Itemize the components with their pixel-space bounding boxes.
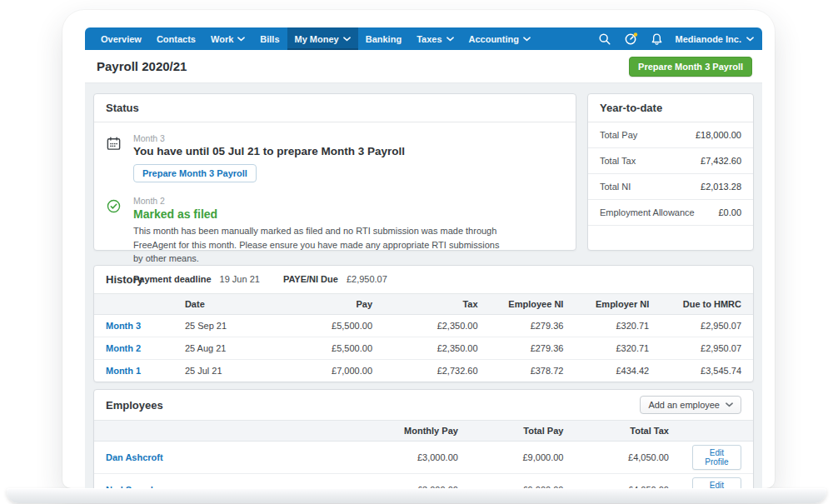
- nav-item-my-money[interactable]: My Money: [287, 27, 358, 50]
- month-link[interactable]: Month 1: [106, 366, 141, 376]
- page-header: Payroll 2020/21 Prepare Month 3 Payroll: [85, 50, 762, 83]
- history-employee-ni: £378.72: [490, 360, 576, 382]
- history-due-hmrc: £3,545.74: [661, 360, 753, 382]
- history-col-employer-ni: Employer NI: [575, 294, 661, 315]
- history-employee-ni: £279.36: [490, 337, 576, 360]
- status-entry-month-3: Month 3 You have until 05 Jul 21 to prep…: [106, 133, 564, 182]
- nav-item-label: Overview: [101, 34, 142, 44]
- history-due-hmrc: £2,950.07: [661, 337, 753, 360]
- nav-item-banking[interactable]: Banking: [358, 27, 409, 50]
- app-viewport: Overview Contacts Work Bills My Money Ba…: [85, 27, 762, 488]
- history-col-pay: Pay: [272, 294, 384, 315]
- employee-monthly-pay: £3,000.00: [357, 442, 469, 474]
- edit-profile-button[interactable]: Edit Profile: [692, 445, 741, 470]
- ytd-label: Total NI: [600, 182, 631, 192]
- chevron-down-icon: [746, 37, 754, 42]
- employee-total-pay: £9,000.00: [470, 474, 576, 489]
- prepare-payroll-secondary-button[interactable]: Prepare Month 3 Payroll: [133, 164, 257, 182]
- company-menu[interactable]: Medianode Inc.: [676, 34, 754, 44]
- history-table: Date Pay Tax Employee NI Employer NI Due…: [94, 294, 753, 382]
- history-pay: £5,500.00: [272, 337, 384, 360]
- laptop-base: [7, 488, 826, 503]
- search-icon[interactable]: [598, 32, 611, 46]
- employees-card-title: Employees: [106, 399, 163, 412]
- paye-ni-due-value: £2,950.07: [347, 274, 387, 284]
- chevron-down-icon: [726, 402, 733, 407]
- nav-item-bills[interactable]: Bills: [252, 27, 287, 50]
- stage: Overview Contacts Work Bills My Money Ba…: [0, 0, 833, 504]
- chevron-down-icon: [237, 37, 245, 42]
- employees-card-header: Employees Add an employee: [94, 390, 753, 421]
- nav-item-label: Banking: [366, 34, 402, 44]
- history-tax: £2,350.00: [384, 337, 490, 360]
- status-card: Status Month 3 You have until 05 Jul 21 …: [93, 93, 576, 251]
- timer-icon[interactable]: [624, 32, 638, 46]
- table-row: Ned Smanks £3,000.00 £9,000.00 £4,050.00…: [94, 474, 753, 489]
- employees-col-actions: [681, 421, 753, 442]
- history-date: 25 Jul 21: [173, 360, 272, 382]
- chevron-down-icon: [343, 37, 351, 42]
- history-employer-ni: £320.71: [575, 337, 661, 360]
- nav-item-work[interactable]: Work: [203, 27, 252, 50]
- status-entry-content: Month 3 You have until 05 Jul 21 to prep…: [133, 133, 405, 182]
- status-entry-period: Month 2: [133, 196, 506, 206]
- history-employer-ni: £320.71: [575, 315, 661, 337]
- prepare-payroll-button[interactable]: Prepare Month 3 Payroll: [629, 57, 752, 77]
- nav-item-label: Bills: [260, 34, 279, 44]
- edit-profile-button[interactable]: Edit Profile: [692, 477, 741, 488]
- bell-icon[interactable]: [651, 32, 663, 46]
- top-row: Status Month 3 You have until 05 Jul 21 …: [93, 93, 754, 251]
- nav-item-label: Contacts: [157, 34, 196, 44]
- status-entry-content: Month 2 Marked as filed This month has b…: [133, 196, 506, 284]
- table-row: Month 1 25 Jul 21 £7,000.00 £2,732.60 £3…: [94, 360, 753, 382]
- status-entry-meta: Payment deadline 19 Jun 21 PAYE/NI Due £…: [133, 274, 506, 284]
- nav-item-accounting[interactable]: Accounting: [461, 27, 539, 50]
- page-content: Status Month 3 You have until 05 Jul 21 …: [85, 83, 762, 488]
- nav-item-contacts[interactable]: Contacts: [149, 27, 203, 50]
- ytd-card-title: Year-to-date: [588, 94, 753, 122]
- history-tax: £2,732.60: [384, 360, 490, 382]
- history-col-due-hmrc: Due to HMRC: [661, 294, 753, 315]
- nav-item-label: Accounting: [469, 34, 520, 44]
- nav-item-overview[interactable]: Overview: [93, 27, 149, 50]
- employee-link[interactable]: Dan Ashcroft: [106, 452, 163, 462]
- history-pay: £7,000.00: [272, 360, 384, 382]
- ytd-label: Total Pay: [600, 130, 637, 140]
- table-row: Dan Ashcroft £3,000.00 £9,000.00 £4,050.…: [94, 442, 753, 474]
- status-entry-headline: Marked as filed: [133, 207, 506, 221]
- history-employer-ni: £434.42: [575, 360, 661, 382]
- history-col-date: Date: [173, 294, 272, 315]
- month-link[interactable]: Month 3: [106, 321, 141, 331]
- employee-link[interactable]: Ned Smanks: [106, 485, 161, 488]
- nav-item-taxes[interactable]: Taxes: [409, 27, 461, 50]
- company-name: Medianode Inc.: [676, 34, 741, 44]
- status-card-title: Status: [94, 94, 576, 122]
- employee-total-tax: £4,050.00: [575, 474, 681, 489]
- history-date: 25 Sep 21: [173, 315, 272, 337]
- ytd-row-total-tax: Total Tax £7,432.60: [588, 148, 753, 174]
- history-col-tax: Tax: [384, 294, 490, 315]
- history-pay: £5,500.00: [272, 315, 384, 337]
- employees-col-total-pay: Total Pay: [470, 421, 576, 442]
- nav-item-label: My Money: [295, 34, 339, 44]
- nav-right-group: Medianode Inc.: [598, 27, 754, 50]
- history-col-month: [94, 294, 173, 315]
- page-title: Payroll 2020/21: [95, 59, 187, 73]
- calendar-icon: [106, 133, 122, 182]
- payment-deadline-value: 19 Jun 21: [220, 274, 260, 284]
- add-employee-button[interactable]: Add an employee: [640, 396, 741, 414]
- ytd-row-total-pay: Total Pay £18,000.00: [588, 122, 753, 148]
- history-date: 25 Aug 21: [173, 337, 272, 360]
- ytd-row-total-ni: Total NI £2,013.28: [588, 174, 753, 200]
- employees-card: Employees Add an employee Monthly Pay To…: [93, 389, 754, 488]
- status-entry-period: Month 3: [133, 133, 405, 143]
- employee-total-tax: £4,050.00: [575, 442, 681, 474]
- ytd-label: Total Tax: [600, 156, 636, 166]
- ytd-value: £18,000.00: [696, 130, 741, 140]
- top-nav: Overview Contacts Work Bills My Money Ba…: [85, 27, 762, 50]
- employees-header-row: Monthly Pay Total Pay Total Tax: [94, 421, 753, 442]
- chevron-down-icon: [523, 37, 531, 42]
- month-link[interactable]: Month 2: [106, 343, 141, 353]
- employee-total-pay: £9,000.00: [470, 442, 576, 474]
- payment-deadline-label: Payment deadline: [133, 274, 212, 284]
